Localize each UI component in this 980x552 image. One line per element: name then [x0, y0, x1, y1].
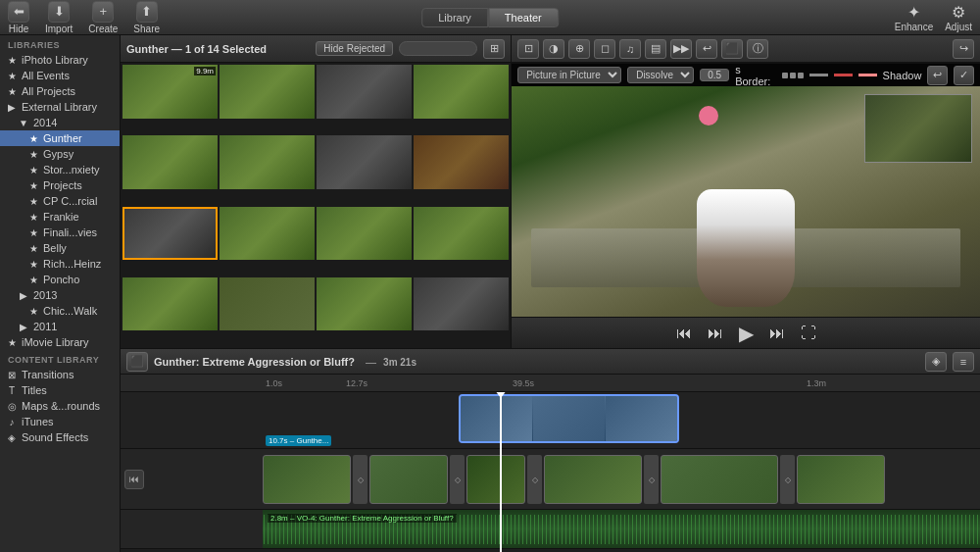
sidebar-item-transitions[interactable]: ⊠ Transitions — [0, 367, 120, 382]
info-tool[interactable]: ⓘ — [747, 39, 768, 59]
play-rewind-button[interactable]: ⏮ — [672, 323, 696, 344]
media-thumb-16[interactable] — [414, 277, 509, 331]
media-thumb-8[interactable] — [414, 135, 509, 189]
transition-4[interactable]: ◇ — [644, 455, 659, 504]
hide-rejected-button[interactable]: Hide Rejected — [316, 41, 393, 56]
camera-tool[interactable]: ◻ — [594, 39, 615, 59]
speed-tool[interactable]: ▶▶ — [670, 39, 692, 59]
sidebar-item-external-library[interactable]: ▶ External Library — [0, 99, 120, 115]
cp-cial-icon: ★ — [27, 196, 39, 207]
maps-grounds-icon: ◎ — [6, 401, 18, 412]
fullscreen-button[interactable]: ⛶ — [797, 323, 820, 344]
clip-6[interactable] — [797, 455, 885, 504]
create-button[interactable]: + Create — [88, 1, 118, 34]
2011-icon: ▶ — [18, 322, 29, 332]
skip-forward-button[interactable]: ⏭ — [765, 323, 789, 344]
media-thumb-6[interactable] — [220, 135, 315, 189]
sidebar-item-rich-heinz[interactable]: ★ Rich...Heinz — [0, 256, 120, 272]
media-thumb-5[interactable] — [122, 135, 218, 189]
transition-5[interactable]: ◇ — [780, 455, 795, 504]
import-button[interactable]: ⬇ Import — [45, 1, 73, 34]
share-button[interactable]: ⬆ Share — [133, 1, 160, 34]
play-pause-button[interactable]: ▶ — [735, 320, 758, 347]
sidebar-item-gypsy[interactable]: ★ Gypsy — [0, 146, 120, 162]
hide-button[interactable]: ⬅ Hide — [8, 1, 29, 34]
selected-clip[interactable] — [459, 394, 679, 443]
sidebar-item-2014[interactable]: ▼ 2014 — [0, 115, 120, 130]
transition-2[interactable]: ◇ — [450, 455, 465, 504]
clip-3[interactable] — [466, 455, 525, 504]
sidebar-item-itunes[interactable]: ♪ iTunes — [0, 414, 120, 429]
media-thumb-3[interactable] — [317, 65, 412, 119]
sidebar-item-projects[interactable]: ★ Projects — [0, 177, 120, 193]
redo-tool[interactable]: ↪ — [953, 39, 974, 59]
sidebar-item-imovie-library[interactable]: ★ iMovie Library — [0, 334, 120, 350]
media-thumb-14[interactable] — [220, 277, 315, 331]
duration-input[interactable] — [700, 69, 729, 81]
media-thumb-15[interactable] — [317, 277, 412, 331]
sidebar-item-gunther[interactable]: ★ Gunther — [0, 130, 120, 146]
belly-icon: ★ — [27, 243, 39, 254]
clip-4[interactable] — [544, 455, 642, 504]
sidebar-item-stor-nxiety[interactable]: ★ Stor...nxiety — [0, 162, 120, 177]
sidebar-item-poncho[interactable]: ★ Poncho — [0, 272, 120, 287]
media-thumb-11[interactable] — [317, 207, 412, 261]
clip-1[interactable] — [263, 455, 351, 504]
timeline-ruler: 1.0s 12.7s 39.5s 1.3m — [121, 375, 980, 392]
color-tool[interactable]: ◑ — [543, 39, 564, 59]
transition-1[interactable]: ◇ — [353, 455, 368, 504]
border-style-control[interactable] — [782, 73, 804, 78]
main-video-track: ⏮ ◇ ◇ ◇ ◇ ◇ — [121, 449, 980, 510]
media-thumb-7[interactable] — [317, 135, 412, 189]
adjust-button[interactable]: ⚙ Adjust — [945, 3, 972, 32]
sidebar-item-all-projects[interactable]: ★ All Projects — [0, 83, 120, 99]
clip-2[interactable] — [369, 455, 448, 504]
media-thumb-2[interactable] — [220, 65, 315, 119]
skip-back-button[interactable]: ⏭ — [704, 323, 727, 344]
sidebar-item-cp-cial[interactable]: ★ CP C...rcial — [0, 193, 120, 209]
media-thumb-9[interactable] — [122, 207, 218, 261]
sidebar-item-finali-vies[interactable]: ★ Finali...vies — [0, 225, 120, 240]
timeline-audio-icon[interactable]: ◈ — [925, 352, 947, 372]
dissolve-select[interactable]: Dissolve — [627, 67, 694, 83]
sidebar-item-sound-effects[interactable]: ◈ Sound Effects — [0, 429, 120, 445]
sidebar-item-maps-grounds[interactable]: ◎ Maps &...rounds — [0, 398, 120, 414]
sidebar-item-iphoto[interactable]: ★ iPhoto Library — [0, 52, 120, 68]
enhance-button[interactable]: ✦ Enhance — [895, 3, 933, 32]
pip-select[interactable]: Picture in Picture — [517, 67, 621, 83]
sidebar-item-belly[interactable]: ★ Belly — [0, 240, 120, 256]
sidebar-item-2011[interactable]: ▶ 2011 — [0, 319, 120, 334]
sidebar-item-2013[interactable]: ▶ 2013 — [0, 287, 120, 303]
volume-tool[interactable]: ▤ — [645, 39, 666, 59]
sidebar-item-all-events[interactable]: ★ All Events — [0, 68, 120, 83]
clip-5[interactable] — [661, 455, 778, 504]
tab-theater[interactable]: Theater — [488, 8, 559, 27]
timeline-more-icon[interactable]: ≡ — [953, 352, 974, 372]
undo-tool[interactable]: ↩ — [696, 39, 717, 59]
shadow-undo-icon[interactable]: ↩ — [927, 66, 948, 85]
export-tool[interactable]: ⬛ — [721, 39, 743, 59]
sidebar-item-frankie[interactable]: ★ Frankie — [0, 209, 120, 225]
tab-library[interactable]: Library — [421, 8, 488, 27]
main-layout: LIBRARIES ★ iPhoto Library ★ All Events … — [0, 35, 980, 552]
viewer-content[interactable] — [512, 86, 980, 317]
transition-3[interactable]: ◇ — [527, 455, 542, 504]
media-thumb-10[interactable] — [220, 207, 315, 261]
media-thumb-13[interactable] — [122, 277, 218, 331]
audio-tool[interactable]: ♫ — [619, 39, 641, 59]
viewer-overlay-bar: Picture in Picture Dissolve s Border: — [512, 63, 980, 86]
track-rewind-btn[interactable]: ⏮ — [124, 470, 144, 489]
rich-heinz-icon: ★ — [27, 259, 39, 270]
shadow-apply-icon[interactable]: ✓ — [954, 66, 974, 85]
media-thumb-4[interactable] — [414, 65, 509, 119]
view-tabs: Library Theater — [421, 8, 559, 27]
sidebar-item-titles[interactable]: T Titles — [0, 382, 120, 398]
crop-tool[interactable]: ⊡ — [517, 39, 539, 59]
timeline-settings-icon[interactable]: ⬛ — [126, 352, 148, 372]
browser-search-input[interactable] — [399, 41, 477, 56]
media-thumb-1[interactable]: 9.9m — [122, 65, 218, 119]
stabilize-tool[interactable]: ⊕ — [568, 39, 590, 59]
grid-view-button[interactable]: ⊞ — [483, 39, 505, 59]
media-thumb-12[interactable] — [414, 207, 509, 261]
sidebar-item-chic-walk[interactable]: ★ Chic...Walk — [0, 303, 120, 319]
